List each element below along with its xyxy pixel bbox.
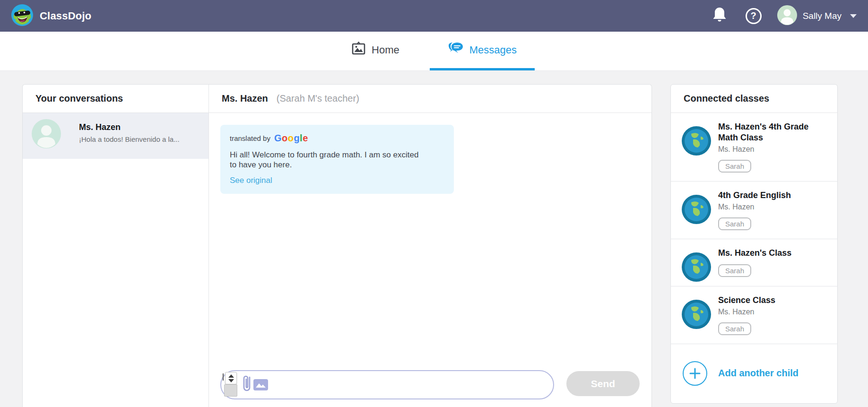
brand-name: ClassDojo (40, 10, 91, 22)
connected-classes-header: Connected classes (671, 85, 837, 113)
class-name: 4th Grade English (718, 190, 828, 201)
message-composer (220, 370, 554, 399)
thread-header: Ms. Hazen (Sarah M's teacher) (209, 85, 651, 113)
chevron-down-icon (850, 14, 857, 18)
stepper-up-icon (228, 374, 234, 378)
main-tabbar: Home Messages (0, 32, 868, 71)
message-text: Hi all! Welcome to fourth grade math. I … (230, 150, 419, 170)
plus-icon (683, 361, 707, 386)
google-letter: G (274, 133, 282, 143)
thread-panel: Ms. Hazen (Sarah M's teacher) translated… (209, 85, 651, 407)
stepper-down-icon (228, 379, 234, 382)
google-letter: g (294, 133, 300, 143)
class-name: Ms. Hazen's Class (718, 248, 828, 259)
student-tag: Sarah (718, 322, 751, 335)
classdojo-app: ClassDojo ? (0, 0, 868, 407)
user-name: Sally May (803, 11, 842, 21)
help-glyph: ? (751, 10, 756, 21)
translated-by-label: translated by (230, 134, 270, 142)
messages-chat-icon (448, 42, 464, 59)
class-item[interactable]: Science Class Ms. Hazen Sarah (671, 286, 837, 344)
message-bubble: translated by Google Hi all! Welcome to … (220, 125, 454, 194)
student-tag: Sarah (718, 160, 751, 173)
brand[interactable]: ClassDojo (11, 4, 91, 28)
top-navbar: ClassDojo ? (0, 0, 868, 32)
conversation-list-item[interactable]: Ms. Hazen ¡Hola a todos! Bienvenido a la… (23, 113, 208, 159)
avatar (777, 5, 797, 27)
connected-classes-title: Connected classes (684, 93, 769, 104)
send-button[interactable]: Send (566, 371, 640, 396)
tab-home-label: Home (372, 44, 399, 56)
navbar-right: ? Sally May (703, 0, 857, 32)
resize-handle[interactable] (224, 384, 237, 397)
globe-class-icon (682, 126, 711, 157)
connected-classes-panel: Connected classes Ms. Hazen's 4th Grade … (670, 84, 838, 404)
thread-subtitle: (Sarah M's teacher) (277, 93, 359, 104)
attach-file-icon[interactable] (242, 373, 252, 395)
class-item[interactable]: Ms. Hazen's Class Sarah (671, 239, 837, 286)
conversation-name: Ms. Hazen (79, 122, 121, 132)
tab-messages[interactable]: Messages (430, 32, 535, 70)
notifications-button[interactable] (703, 0, 737, 32)
class-item[interactable]: Ms. Hazen's 4th Grade Math Class Ms. Haz… (671, 113, 837, 182)
student-tag: Sarah (718, 264, 751, 277)
messages-card: Your conversations Ms. Hazen ¡Hola a tod… (22, 84, 652, 407)
student-tag: Sarah (718, 217, 751, 230)
add-another-child-label: Add another child (718, 368, 799, 379)
conversations-panel: Your conversations Ms. Hazen ¡Hola a tod… (23, 85, 209, 407)
message-input[interactable] (283, 373, 543, 397)
class-teacher: Ms. Hazen (718, 307, 828, 317)
teacher-avatar (32, 119, 61, 150)
see-original-link[interactable]: See original (230, 176, 444, 185)
globe-class-icon (682, 252, 711, 284)
tab-home[interactable]: Home (333, 32, 417, 70)
bell-icon (712, 7, 727, 25)
globe-class-icon (682, 195, 711, 226)
conversations-title: Your conversations (35, 93, 123, 104)
class-item[interactable]: 4th Grade English Ms. Hazen Sarah (671, 182, 837, 239)
add-another-child-button[interactable]: Add another child (671, 344, 837, 403)
home-photo-icon (351, 41, 366, 59)
conversations-header: Your conversations (23, 85, 208, 113)
attach-image-icon[interactable] (253, 379, 268, 392)
class-teacher: Ms. Hazen (718, 202, 828, 212)
tab-messages-label: Messages (469, 44, 517, 56)
class-teacher: Ms. Hazen (718, 144, 828, 154)
text-cursor (223, 373, 224, 381)
class-name: Science Class (718, 295, 828, 306)
thread-title: Ms. Hazen (222, 93, 268, 104)
help-button[interactable]: ? (737, 0, 771, 32)
user-menu[interactable]: Sally May (777, 5, 857, 27)
class-name: Ms. Hazen's 4th Grade Math Class (718, 121, 828, 143)
help-icon: ? (746, 8, 762, 24)
google-logo: Google (274, 133, 308, 144)
google-letter: o (288, 133, 294, 143)
stepper-arrows[interactable] (225, 372, 237, 384)
conversation-preview: ¡Hola a todos! Bienvenido a la... (79, 135, 180, 143)
translated-by-row: translated by Google (230, 133, 444, 144)
google-letter: e (303, 133, 308, 143)
google-letter: o (282, 133, 288, 143)
classdojo-logo-icon (11, 4, 33, 28)
globe-class-icon (682, 300, 711, 331)
